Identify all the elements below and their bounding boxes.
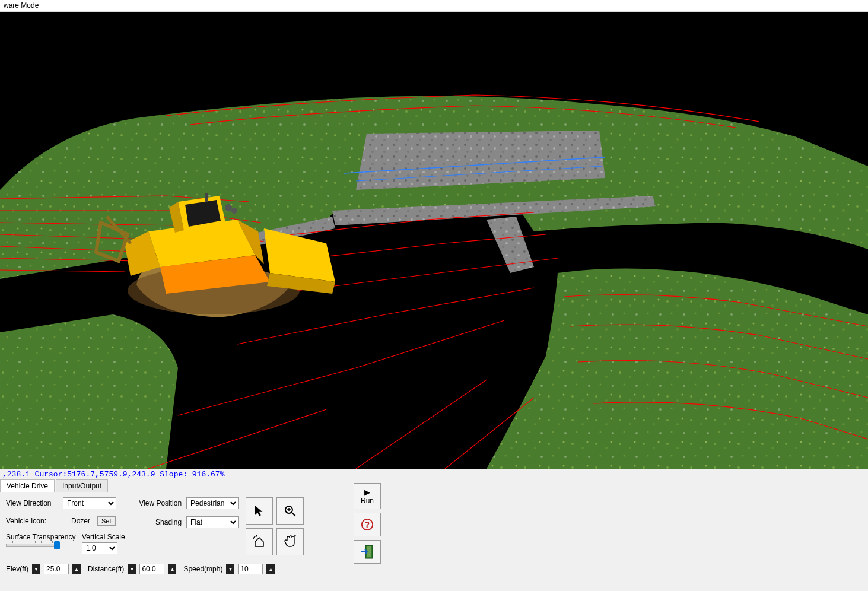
play-icon: ▶ <box>364 488 370 497</box>
home-view-button[interactable] <box>246 528 273 555</box>
numeric-controls-row: Elev(ft) ▼ ▲ Distance(ft) ▼ ▲ Speed(mph)… <box>6 564 344 574</box>
distance-label: Distance(ft) <box>88 565 124 573</box>
transparency-slider-thumb[interactable] <box>54 541 60 549</box>
side-button-column: ▶ Run ? <box>350 479 381 591</box>
view-position-label: View Position <box>138 499 182 507</box>
tab-vehicle-drive[interactable]: Vehicle Drive <box>0 479 55 492</box>
select-tool-button[interactable] <box>246 497 273 525</box>
tool-icon-grid <box>246 497 311 555</box>
distance-up-button[interactable]: ▲ <box>168 564 176 574</box>
svg-point-17 <box>231 208 237 214</box>
distance-down-button[interactable]: ▼ <box>128 564 136 574</box>
vertical-scale-label: Vertical Scale <box>82 533 125 541</box>
elev-up-button[interactable]: ▲ <box>72 564 81 574</box>
svg-text:?: ? <box>365 520 370 529</box>
help-button[interactable]: ? <box>354 513 381 536</box>
vehicle-drive-content: View Direction Front Vehicle Icon: Dozer… <box>0 493 350 591</box>
speed-up-button[interactable]: ▲ <box>266 564 275 574</box>
window-title-bar: ware Mode <box>0 0 868 12</box>
run-label: Run <box>361 497 374 505</box>
view-position-select[interactable]: Pedestrian <box>186 497 239 509</box>
zoom-tool-button[interactable] <box>276 497 304 525</box>
shading-label: Shading <box>138 518 182 526</box>
surface-transparency-label: Surface Transparency <box>6 533 75 541</box>
svg-point-11 <box>676 172 819 220</box>
exit-door-icon <box>360 544 375 560</box>
speed-label: Speed(mph) <box>183 565 222 573</box>
svg-rect-15 <box>205 193 208 202</box>
tab-row: Vehicle Drive Input/Output <box>0 479 350 493</box>
svg-line-19 <box>291 512 295 516</box>
set-vehicle-button[interactable]: Set <box>97 516 116 526</box>
home-rotate-icon <box>252 535 266 549</box>
zoom-icon <box>283 504 297 518</box>
vertical-scale-select[interactable]: 1.0 <box>82 542 117 554</box>
hand-icon <box>283 535 297 549</box>
vehicle-icon-value: Dozer <box>63 517 93 525</box>
question-icon: ? <box>361 518 374 531</box>
pan-tool-button[interactable] <box>276 528 304 555</box>
status-bar: ,238.1 Cursor:5176.7,5759.9,243.9 Slope:… <box>0 469 868 479</box>
tab-input-output[interactable]: Input/Output <box>56 479 108 492</box>
speed-input[interactable] <box>238 564 263 574</box>
tabs-panel: Vehicle Drive Input/Output View Directio… <box>0 479 350 591</box>
speed-down-button[interactable]: ▼ <box>226 564 234 574</box>
run-button[interactable]: ▶ Run <box>354 483 381 509</box>
exit-button[interactable] <box>354 540 381 564</box>
view-direction-select[interactable]: Front <box>63 497 116 509</box>
elev-down-button[interactable]: ▼ <box>32 564 40 574</box>
distance-input[interactable] <box>139 564 164 574</box>
3d-viewport[interactable] <box>0 12 868 469</box>
svg-point-16 <box>225 204 232 211</box>
view-direction-label: View Direction <box>6 499 58 507</box>
terrain-render <box>0 12 868 469</box>
transparency-slider[interactable] <box>6 544 59 547</box>
status-text: ,238.1 Cursor:5176.7,5759.9,243.9 Slope:… <box>2 470 224 479</box>
title-text: ware Mode <box>4 1 39 9</box>
cursor-icon <box>253 504 266 517</box>
vehicle-icon-label: Vehicle Icon: <box>6 517 58 525</box>
shading-select[interactable]: Flat <box>186 516 239 528</box>
elev-label: Elev(ft) <box>6 565 28 573</box>
elev-input[interactable] <box>44 564 69 574</box>
control-panel-area: Vehicle Drive Input/Output View Directio… <box>0 479 868 591</box>
